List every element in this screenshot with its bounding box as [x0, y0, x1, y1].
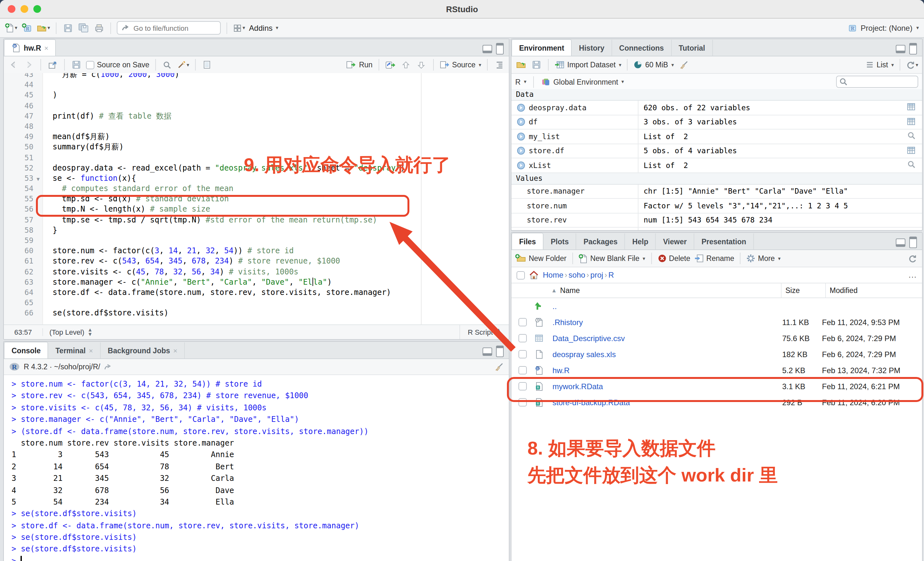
- source-on-save-checkbox[interactable]: Source on Save: [86, 61, 150, 69]
- breadcrumb-item-home[interactable]: Home: [543, 271, 563, 280]
- load-workspace-icon[interactable]: [515, 58, 527, 72]
- file-name[interactable]: store-df-backup.RData: [552, 398, 782, 407]
- open-in-new-icon[interactable]: [104, 363, 112, 370]
- file-checkbox[interactable]: [518, 350, 526, 358]
- column-size[interactable]: Size: [781, 283, 825, 298]
- minimize-window-button[interactable]: [21, 5, 28, 13]
- rerun-icon[interactable]: [385, 58, 396, 72]
- tab-environment[interactable]: Environment: [512, 39, 572, 56]
- clear-objects-broom-icon[interactable]: [678, 58, 690, 72]
- new-blank-file-button[interactable]: New Blank File▾: [579, 254, 645, 263]
- goto-file-search[interactable]: [117, 21, 221, 34]
- tab-plots[interactable]: Plots: [543, 233, 576, 250]
- minimize-pane-icon[interactable]: [483, 45, 492, 53]
- run-above-icon[interactable]: [400, 58, 412, 72]
- open-file-button[interactable]: ▾: [37, 21, 50, 35]
- column-modified[interactable]: Modified: [825, 283, 922, 298]
- file-row[interactable]: Rstore-df-backup.RData292 BFeb 11, 2024,…: [512, 394, 922, 410]
- panes-layout-button[interactable]: ▾: [233, 21, 245, 35]
- run-below-icon[interactable]: [416, 58, 427, 72]
- tab-viewer[interactable]: Viewer: [656, 233, 694, 250]
- environment-object-row[interactable]: store.df5 obs. of 4 variables: [512, 144, 922, 159]
- home-icon[interactable]: [529, 271, 539, 280]
- refresh-environment-icon[interactable]: ▾: [906, 58, 918, 72]
- document-outline-icon[interactable]: [494, 58, 505, 72]
- environment-object-row[interactable]: store.revnum [1:5] 543 654 345 678 234: [512, 213, 922, 227]
- file-name[interactable]: mywork.RData: [552, 382, 782, 391]
- file-checkbox[interactable]: [518, 382, 526, 390]
- file-row[interactable]: .Rhistory11.1 KBFeb 11, 2024, 9:53 PM: [512, 314, 922, 330]
- compile-report-icon[interactable]: [201, 58, 213, 72]
- environment-search[interactable]: [836, 76, 918, 88]
- maximize-pane-icon[interactable]: [909, 236, 917, 248]
- maximize-pane-icon[interactable]: [496, 346, 504, 357]
- tab-console[interactable]: Console: [4, 342, 48, 358]
- new-folder-button[interactable]: New Folder: [515, 254, 567, 263]
- find-icon[interactable]: [162, 58, 173, 72]
- environment-object-row[interactable]: my_listList of 2: [512, 130, 922, 144]
- clear-console-broom-icon[interactable]: [494, 362, 504, 371]
- scope-selector[interactable]: (Top Level)▲▼: [43, 328, 99, 337]
- back-icon[interactable]: [8, 58, 19, 72]
- global-environment-selector[interactable]: Global Environment▾: [541, 77, 624, 86]
- save-file-icon[interactable]: [70, 58, 82, 72]
- list-view-selector[interactable]: List▾: [866, 61, 894, 69]
- save-button[interactable]: [62, 21, 74, 35]
- source-button[interactable]: Source▾: [439, 60, 481, 69]
- file-row[interactable]: Data_Descriptive.csv75.6 KBFeb 6, 2024, …: [512, 330, 922, 346]
- file-checkbox[interactable]: [518, 366, 526, 374]
- console-output[interactable]: > store.num <- factor(c(3, 14, 21, 32, 5…: [4, 374, 509, 561]
- tab-help[interactable]: Help: [625, 233, 656, 250]
- environment-object-row[interactable]: store.managerchr [1:5] "Annie" "Bert" "C…: [512, 184, 922, 199]
- forward-icon[interactable]: [23, 58, 34, 72]
- minimize-pane-icon[interactable]: [483, 347, 492, 356]
- environment-object-row[interactable]: store.numFactor w/ 5 levels "3","14","21…: [512, 199, 922, 213]
- file-row[interactable]: Rmywork.RData3.1 KBFeb 11, 2024, 6:21 PM: [512, 378, 922, 394]
- tab-history[interactable]: History: [572, 40, 612, 56]
- minimize-pane-icon[interactable]: [896, 45, 905, 53]
- inspect-object-icon[interactable]: [908, 160, 916, 171]
- filetype-selector[interactable]: R Script▲▼: [459, 325, 509, 339]
- tab-terminal[interactable]: Terminal×: [48, 343, 101, 358]
- file-name[interactable]: deospray sales.xls: [552, 350, 782, 359]
- save-all-button[interactable]: [78, 21, 89, 35]
- print-button[interactable]: [93, 21, 105, 35]
- tab-tutorial[interactable]: Tutorial: [672, 40, 713, 56]
- goto-file-input[interactable]: [132, 23, 212, 32]
- file-name[interactable]: Data_Descriptive.csv: [552, 334, 782, 343]
- select-all-checkbox[interactable]: [516, 271, 525, 279]
- checkbox-icon[interactable]: [86, 61, 94, 69]
- tab-connections[interactable]: Connections: [612, 40, 672, 56]
- view-table-icon[interactable]: [907, 146, 916, 156]
- tab-packages[interactable]: Packages: [576, 233, 625, 250]
- new-project-button[interactable]: R: [21, 21, 33, 35]
- environment-object-row[interactable]: df3 obs. of 3 variables: [512, 115, 922, 130]
- popout-icon[interactable]: [47, 58, 58, 72]
- language-selector[interactable]: R▾: [515, 78, 526, 85]
- environment-object-row[interactable]: store.visitsnum [1:5] 45 78 32 56 34: [512, 227, 922, 230]
- code-editor[interactable]: 43 月薪 = c(1000, 2000, 3000)4445)4647prin…: [4, 73, 509, 325]
- path-more-button[interactable]: ...: [909, 271, 917, 280]
- new-file-button[interactable]: ▾: [5, 21, 17, 35]
- refresh-files-icon[interactable]: [907, 251, 918, 265]
- more-button[interactable]: More▾: [747, 254, 781, 263]
- file-row[interactable]: Rhw.R5.2 KBFeb 13, 2024, 7:32 PM: [512, 362, 922, 378]
- breadcrumb-item-soho[interactable]: soho: [568, 271, 585, 280]
- file-checkbox[interactable]: [518, 334, 526, 343]
- project-menu[interactable]: R Project: (None)▾: [848, 23, 919, 33]
- file-name[interactable]: .Rhistory: [552, 318, 782, 327]
- close-tab-icon[interactable]: ×: [44, 44, 48, 52]
- file-name[interactable]: ..: [552, 302, 782, 311]
- view-table-icon[interactable]: [907, 117, 916, 127]
- view-table-icon[interactable]: [907, 103, 916, 113]
- import-dataset-button[interactable]: Import Dataset▾: [554, 60, 621, 69]
- environment-object-row[interactable]: xListList of 2: [512, 159, 922, 173]
- environment-search-input[interactable]: [850, 76, 923, 87]
- tab-hw-r[interactable]: R hw.R×: [4, 39, 56, 56]
- environment-object-row[interactable]: deospray.data620 obs. of 22 variables: [512, 101, 922, 115]
- close-tab-icon[interactable]: ×: [173, 347, 177, 354]
- memory-usage-button[interactable]: 60 MiB▾: [634, 60, 674, 69]
- zoom-window-button[interactable]: [33, 5, 41, 13]
- minimize-pane-icon[interactable]: [896, 238, 905, 247]
- tab-presentation[interactable]: Presentation: [694, 233, 754, 250]
